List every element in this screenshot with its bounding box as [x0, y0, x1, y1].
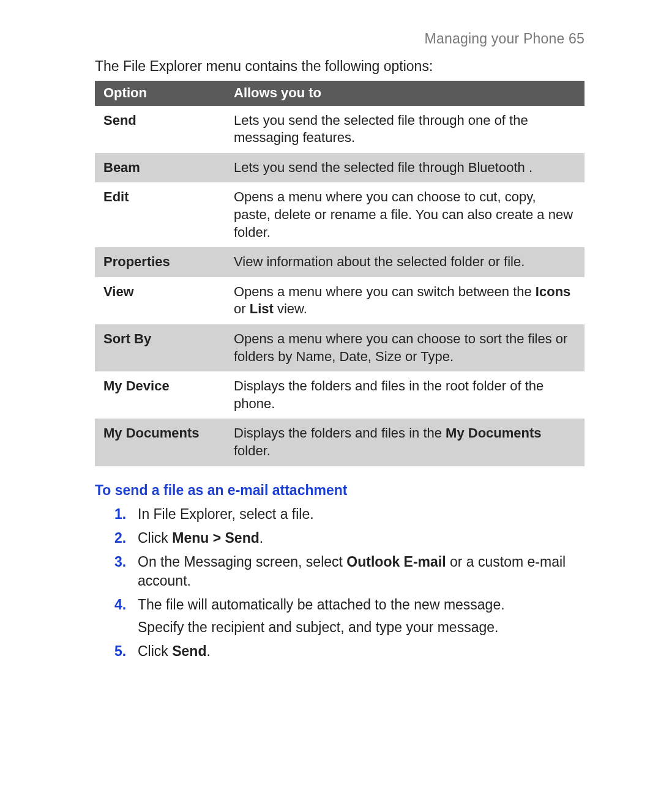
list-item: The file will automatically be attached …	[138, 593, 584, 639]
option-name: Properties	[95, 247, 225, 277]
table-row: Send Lets you send the selected file thr…	[95, 106, 584, 153]
intro-text: The File Explorer menu contains the foll…	[95, 58, 584, 75]
option-desc: Displays the folders and files in the My…	[225, 419, 584, 466]
steps-list: In File Explorer, select a file. Click M…	[95, 502, 584, 663]
table-row: Beam Lets you send the selected file thr…	[95, 153, 584, 183]
desc-part: folder.	[234, 443, 271, 458]
step-text: Click	[138, 530, 172, 546]
list-item: In File Explorer, select a file.	[138, 502, 584, 526]
option-name: Beam	[95, 153, 225, 183]
step-text: .	[260, 530, 263, 546]
options-table: Option Allows you to Send Lets you send …	[95, 81, 584, 466]
option-name: Send	[95, 106, 225, 153]
desc-part: view.	[274, 301, 307, 316]
step-text: On the Messaging screen, select	[138, 554, 346, 570]
list-item: Click Menu > Send.	[138, 526, 584, 550]
table-row: Edit Opens a menu where you can choose t…	[95, 182, 584, 247]
table-header-row: Option Allows you to	[95, 81, 584, 106]
option-name: Edit	[95, 182, 225, 247]
option-desc: Lets you send the selected file through …	[225, 106, 584, 153]
step-text: .	[206, 643, 210, 659]
option-name: Sort By	[95, 324, 225, 371]
running-head: Managing your Phone 65	[95, 31, 584, 47]
table-row: Sort By Opens a menu where you can choos…	[95, 324, 584, 371]
desc-bold: My Documents	[446, 425, 541, 441]
option-desc: Opens a menu where you can choose to cut…	[225, 182, 584, 247]
option-desc: View information about the selected fold…	[225, 247, 584, 277]
step-bold: Outlook E-mail	[346, 554, 446, 570]
option-desc: Opens a menu where you can switch betwee…	[225, 277, 584, 324]
option-desc: Opens a menu where you can choose to sor…	[225, 324, 584, 371]
section-heading: To send a file as an e-mail attachment	[95, 482, 584, 499]
table-row: Properties View information about the se…	[95, 247, 584, 277]
step-text: In File Explorer, select a file.	[138, 506, 314, 522]
desc-part: Displays the folders and files in the	[234, 425, 446, 441]
step-text-cont: Specify the recipient and subject, and t…	[138, 618, 584, 637]
list-item: On the Messaging screen, select Outlook …	[138, 550, 584, 593]
option-name: My Device	[95, 371, 225, 419]
step-text: Click	[138, 643, 172, 659]
col-header-desc: Allows you to	[225, 81, 584, 106]
table-row: My Documents Displays the folders and fi…	[95, 419, 584, 466]
step-bold: Menu > Send	[172, 530, 260, 546]
desc-bold: List	[250, 301, 274, 316]
list-item: Click Send.	[138, 639, 584, 663]
page: Managing your Phone 65 The File Explorer…	[0, 0, 661, 812]
option-desc: Lets you send the selected file through …	[225, 153, 584, 183]
desc-part: or	[234, 301, 250, 316]
option-name: My Documents	[95, 419, 225, 466]
desc-bold: Icons	[536, 284, 570, 299]
option-name: View	[95, 277, 225, 324]
desc-part: Opens a menu where you can switch betwee…	[234, 284, 536, 299]
option-desc: Displays the folders and files in the ro…	[225, 371, 584, 419]
step-bold: Send	[172, 643, 206, 659]
step-text: The file will automatically be attached …	[138, 597, 505, 613]
col-header-option: Option	[95, 81, 225, 106]
table-row: My Device Displays the folders and files…	[95, 371, 584, 419]
table-row: View Opens a menu where you can switch b…	[95, 277, 584, 324]
